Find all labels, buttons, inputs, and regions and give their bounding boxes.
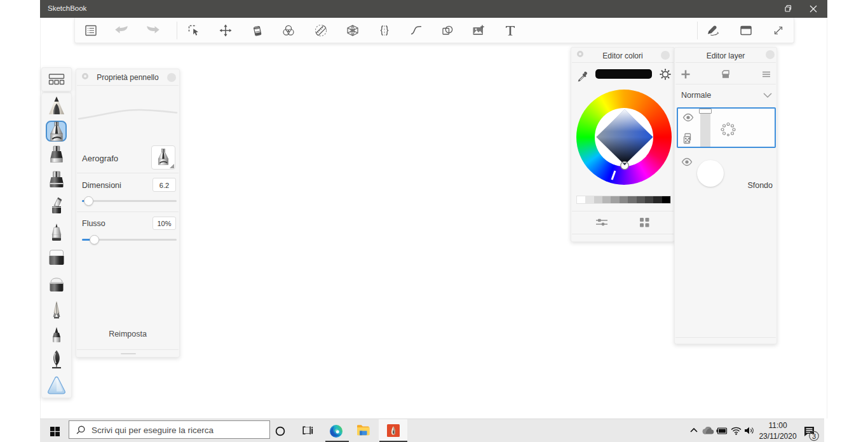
svg-text:3: 3 <box>812 432 816 440</box>
